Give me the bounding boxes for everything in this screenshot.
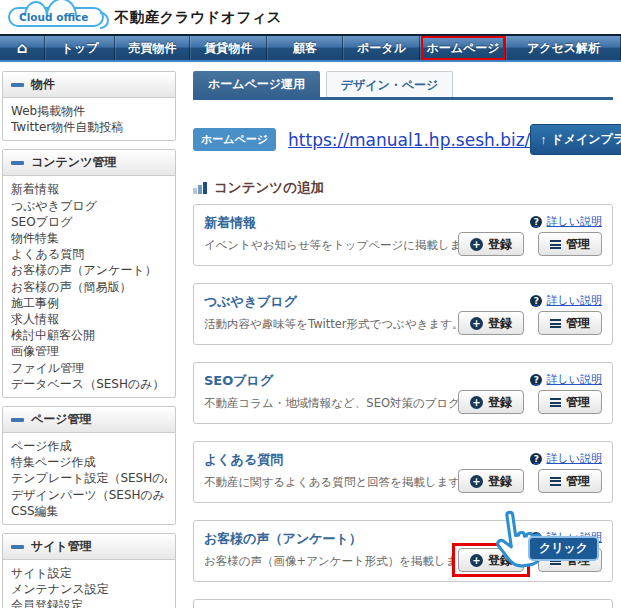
card-title: つぶやきブログ [204,293,458,311]
card-title: よくある質問 [204,451,458,469]
register-button[interactable]: + 登録 [458,390,524,414]
card-description: 活動内容や趣味等をTwitter形式でつぶやきます。 [204,317,458,332]
sidebar-section-title: 物件 [31,76,55,93]
plus-icon: + [470,554,483,567]
nav-item-top[interactable]: トップ [45,36,115,60]
manage-button[interactable]: 管理 [538,232,602,256]
list-icon [550,240,561,249]
list-icon [550,477,561,486]
cloud-office-logo: Cloud office [8,7,104,27]
site-url-bar: ホームページ https://manual1.hp.sesh.biz/ ↑ ドメ… [193,124,613,155]
nav-item-homepage[interactable]: ホームページ [420,36,506,60]
card-faq: よくある質問 不動産に関するよくある質問と回答を掲載します。 ? 詳しい説明 +… [193,441,613,503]
sidebar-item-maintenance-settings[interactable]: メンテナンス設定 [11,581,167,597]
sidebar-item-construction-cases[interactable]: 施工事例 [11,295,167,311]
sidebar-item-database[interactable]: データベース（SESHのみ） [11,376,167,392]
sidebar-item-tweet-blog[interactable]: つぶやきブログ [11,198,167,214]
main-navbar: ⌂ トップ 売買物件 賃貸物件 顧客 ポータル ホームページ アクセス解析 [0,34,621,62]
tab-design-page[interactable]: デザイン・ページ [326,71,453,97]
sidebar-section-header: サイト管理 [3,534,175,560]
sidebar-item-feature-page-create[interactable]: 特集ページ作成 [11,454,167,470]
nav-item-rental-properties[interactable]: 賃貸物件 [190,36,267,60]
home-icon: ⌂ [17,39,28,57]
sidebar-item-css-edit[interactable]: CSS編集 [11,503,167,519]
sidebar-item-job-info[interactable]: 求人情報 [11,311,167,327]
sidebar-item-file-management[interactable]: ファイル管理 [11,360,167,376]
dash-icon [11,161,24,165]
register-button[interactable]: + 登録 [458,232,524,256]
plus-icon: + [470,238,483,251]
up-arrow-icon: ↑ [540,133,546,147]
sidebar-section-content-management: コンテンツ管理 新着情報 つぶやきブログ SEOブログ 物件特集 よくある質問 … [2,149,176,398]
sidebar-item-property-feature[interactable]: 物件特集 [11,230,167,246]
help-link[interactable]: ? 詳しい説明 [530,372,602,387]
tab-homepage-operation[interactable]: ホームページ運用 [193,71,320,97]
card-description: お客様の声（画像+アンケート形式）を掲載します。 [204,554,458,569]
card-seo-blog: SEOブログ 不動産コラム・地域情報など、SEO対策のブログを書きます。 ? 詳… [193,362,613,424]
main-panel: ホームページ運用 デザイン・ページ ホームページ https://manual1… [178,71,621,608]
sidebar-section-header: 物件 [3,72,175,98]
sidebar-item-news[interactable]: 新着情報 [11,181,167,197]
section-title: コンテンツの追加 [214,179,324,197]
sidebar-item-seo-blog[interactable]: SEOブログ [11,214,167,230]
manage-button[interactable]: 管理 [538,469,602,493]
click-annotation-badge: クリック [528,536,599,561]
bar-chart-icon [193,182,207,194]
plus-icon: + [470,396,483,409]
domain-plan-change-button[interactable]: ↑ ドメインプランへ変更 [530,124,621,155]
dash-icon [11,545,24,549]
cloud-tail-decoration [100,12,109,29]
logo-text: Cloud office [19,11,88,23]
sidebar-section-page-management: ページ管理 ページ作成 特集ページ作成 テンプレート設定（SESHのみ） デザイ… [2,406,176,525]
question-icon: ? [530,374,542,386]
sidebar-item-twitter-auto-post[interactable]: Twitter物件自動投稿 [11,119,167,135]
help-link[interactable]: ? 詳しい説明 [530,214,602,229]
card-title: SEOブログ [204,372,458,390]
card-description: 不動産に関するよくある質問と回答を掲載します。 [204,475,458,490]
sidebar-section-title: サイト管理 [31,538,92,555]
sidebar-section-header: コンテンツ管理 [3,150,175,176]
sidebar-item-page-create[interactable]: ページ作成 [11,438,167,454]
sidebar-section-title: ページ管理 [31,411,92,428]
sidebar-item-site-settings[interactable]: サイト設定 [11,565,167,581]
nav-item-home[interactable]: ⌂ [0,36,45,60]
dash-icon [11,83,24,87]
app-title: 不動産クラウドオフィス [114,8,282,27]
sidebar-item-prospect-publish[interactable]: 検討中顧客公開 [11,327,167,343]
sidebar-item-voice-survey[interactable]: お客様の声（アンケート） [11,262,167,278]
register-button[interactable]: + 登録 [458,469,524,493]
page: Cloud office 不動産クラウドオフィス ⌂ トップ 売買物件 賃貸物件… [0,0,621,608]
help-link[interactable]: ? 詳しい説明 [530,293,602,308]
card-title: お客様の声（アンケート） [204,530,458,548]
sidebar-item-template-settings[interactable]: テンプレート設定（SESHのみ） [11,470,167,486]
question-icon: ? [530,453,542,465]
help-link[interactable]: ? 詳しい説明 [530,451,602,466]
card-title: 新着情報 [204,214,458,232]
nav-item-customers[interactable]: 顧客 [267,36,343,60]
sidebar-section-title: コンテンツ管理 [31,154,116,171]
sidebar-item-faq[interactable]: よくある質問 [11,246,167,262]
nav-item-portal[interactable]: ポータル [343,36,420,60]
sidebar-item-web-properties[interactable]: Web掲載物件 [11,103,167,119]
list-icon [550,398,561,407]
sidebar-item-voice-simple[interactable]: お客様の声（簡易版） [11,279,167,295]
sidebar-item-member-registration[interactable]: 会員登録設定 [11,597,167,608]
site-url-link[interactable]: https://manual1.hp.sesh.biz/ [288,130,530,150]
card-tweet-blog: つぶやきブログ 活動内容や趣味等をTwitter形式でつぶやきます。 ? 詳しい… [193,283,613,345]
card-voice-simple: お客様の声（簡易版） お客様の声（テキスト）を掲載します。 ? 詳しい説明 + … [193,599,613,608]
sidebar-item-image-management[interactable]: 画像管理 [11,343,167,359]
nav-item-access-analytics[interactable]: アクセス解析 [506,36,621,60]
nav-item-sale-properties[interactable]: 売買物件 [115,36,190,60]
content-add-section-header: コンテンツの追加 [193,179,613,197]
homepage-badge: ホームページ [193,128,276,151]
card-description: イベントやお知らせ等をトップページに掲載します。 [204,238,458,253]
manage-button[interactable]: 管理 [538,390,602,414]
card-description: 不動産コラム・地域情報など、SEO対策のブログを書きます。 [204,396,458,411]
sidebar-section-site-management: サイト管理 サイト設定 メンテナンス設定 会員登録設定 利用規約・プライバシーポ… [2,533,176,608]
register-button[interactable]: + 登録 [458,311,524,335]
manage-button[interactable]: 管理 [538,311,602,335]
sidebar-item-design-parts[interactable]: デザインパーツ（SESHのみ） [11,487,167,503]
sidebar: 物件 Web掲載物件 Twitter物件自動投稿 コンテンツ管理 新着情報 つぶ… [0,71,178,608]
dash-icon [11,418,24,422]
card-news: 新着情報 イベントやお知らせ等をトップページに掲載します。 ? 詳しい説明 + … [193,204,613,266]
